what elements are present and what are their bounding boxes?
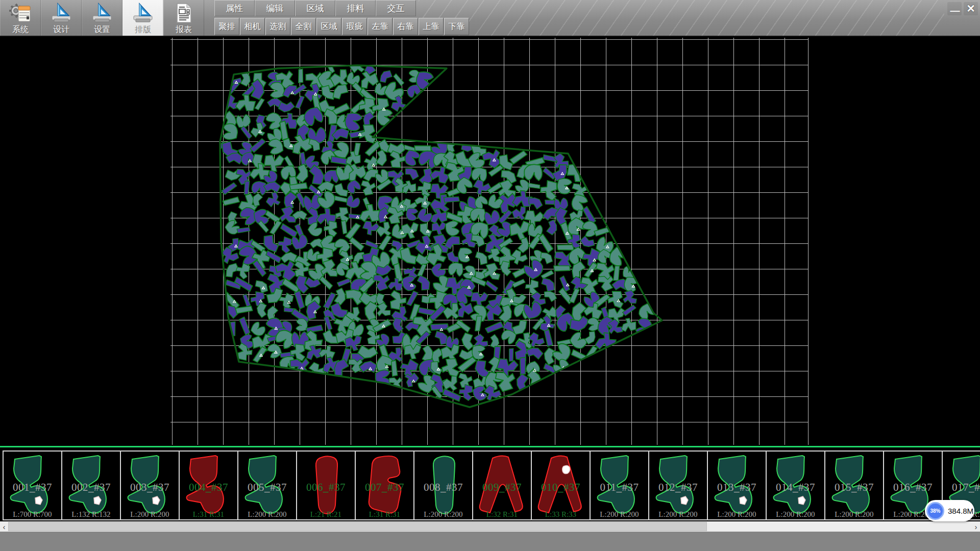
menu-tab-5[interactable]: 交互 <box>376 0 416 16</box>
piece-name: 005_#37 <box>238 481 296 494</box>
piece-name: 011_#37 <box>591 481 648 494</box>
menu-tab-row: 属性编辑区域排料交互 <box>214 0 416 16</box>
piece-cells: 001_#37L:700 R:700002_#37L:132 R:132003_… <box>3 450 980 520</box>
main-nav: 系统设计设置排版报表 <box>0 0 204 36</box>
nav-button-4[interactable]: 排版 <box>122 0 163 36</box>
piece-lr-count: L:33 R:33 <box>532 510 590 519</box>
close-button[interactable]: ✕ <box>964 2 978 15</box>
memory-size-label: 384.8M <box>948 507 973 515</box>
piece-lr-count: L:200 R:200 <box>414 510 472 519</box>
piece-lr-count: L:200 R:200 <box>591 510 648 519</box>
piece-name: 017_#37 <box>943 481 980 494</box>
horizontal-scrollbar[interactable]: ‹ › <box>0 521 980 532</box>
tool-button-7[interactable]: 左靠 <box>368 18 393 35</box>
window-controls: — ✕ <box>947 2 978 15</box>
nav-button-3[interactable]: 设置 <box>82 0 122 36</box>
piece-name: 007_#37 <box>356 481 413 494</box>
report-document-icon <box>173 3 194 24</box>
piece-name: 001_#37 <box>4 481 61 494</box>
piece-lr-count: L:200 R:200 <box>825 510 883 519</box>
piece-thumbnail-012_#37[interactable]: 012_#37L:200 R:200 <box>648 450 708 520</box>
minimize-button[interactable]: — <box>947 2 962 15</box>
piece-thumbnail-006_#37[interactable]: 006_#37L:21 R:21 <box>296 450 356 520</box>
nav-button-label: 排版 <box>135 24 151 35</box>
piece-thumbnail-001_#37[interactable]: 001_#37L:700 R:700 <box>3 450 62 520</box>
nav-button-5[interactable]: 报表 <box>163 0 204 36</box>
piece-thumbnail-007_#37[interactable]: 007_#37L:31 R:31 <box>355 450 414 520</box>
menu-tab-4[interactable]: 排料 <box>335 0 376 16</box>
piece-lr-count: L:21 R:21 <box>297 510 355 519</box>
piece-lr-count: L:200 R:200 <box>649 510 707 519</box>
leather-hide-nest[interactable] <box>170 38 808 445</box>
progress-circle: 38% <box>926 502 944 520</box>
triangle-ruler-icon <box>131 3 155 24</box>
piece-name: 015_#37 <box>825 481 883 494</box>
piece-name: 016_#37 <box>884 481 942 494</box>
tool-button-9[interactable]: 上靠 <box>419 18 444 35</box>
piece-name: 010_#37 <box>532 481 590 494</box>
bottom-status-bar <box>0 532 980 551</box>
piece-thumbnail-004_#37[interactable]: 004_#37L:31 R:31 <box>179 450 238 520</box>
system-gear-notebook-icon <box>9 3 32 24</box>
tool-button-3[interactable]: 选割 <box>265 18 290 35</box>
piece-name: 009_#37 <box>473 481 531 494</box>
piece-thumbnail-002_#37[interactable]: 002_#37L:132 R:132 <box>61 450 121 520</box>
nav-button-2[interactable]: 设计 <box>41 0 82 36</box>
tool-button-5[interactable]: 区域 <box>316 18 341 35</box>
triangle-ruler-icon <box>50 3 73 24</box>
piece-name: 003_#37 <box>121 481 179 494</box>
nav-button-1[interactable]: 系统 <box>0 0 41 36</box>
nav-button-label: 报表 <box>176 24 192 35</box>
piece-thumbnail-015_#37[interactable]: 015_#37L:200 R:200 <box>824 450 884 520</box>
menu-tab-1[interactable]: 属性 <box>214 0 255 16</box>
piece-lr-count: L:31 R:31 <box>180 510 237 519</box>
piece-name: 012_#37 <box>649 481 707 494</box>
triangle-ruler-icon <box>90 3 114 24</box>
menu-tab-2[interactable]: 编辑 <box>255 0 295 16</box>
nav-button-label: 设计 <box>53 24 69 35</box>
nav-button-label: 设置 <box>94 24 110 35</box>
tool-button-10[interactable]: 下靠 <box>444 18 469 35</box>
piece-name: 014_#37 <box>767 481 824 494</box>
piece-lr-count: L:200 R:200 <box>708 510 766 519</box>
piece-lr-count: L:200 R:200 <box>767 510 824 519</box>
tool-button-row: 聚排相机选割全割区域瑕疵左靠右靠上靠下靠 <box>214 18 470 35</box>
piece-lr-count: L:200 R:200 <box>121 510 179 519</box>
strip-top-border <box>0 446 980 447</box>
piece-lr-count: L:700 R:700 <box>4 510 61 519</box>
scroll-right-arrow-icon[interactable]: › <box>972 521 980 532</box>
piece-name: 004_#37 <box>180 481 237 494</box>
piece-thumbnail-005_#37[interactable]: 005_#37L:200 R:200 <box>237 450 297 520</box>
scrollbar-thumb[interactable] <box>8 522 707 531</box>
piece-lr-count: L:200 R:200 <box>238 510 296 519</box>
piece-thumbnail-009_#37[interactable]: 009_#37L:32 R:31 <box>472 450 532 520</box>
piece-thumbnail-014_#37[interactable]: 014_#37L:200 R:200 <box>766 450 825 520</box>
piece-thumbnail-011_#37[interactable]: 011_#37L:200 R:200 <box>590 450 649 520</box>
piece-thumbnail-010_#37[interactable]: 010_#37L:33 R:33 <box>531 450 591 520</box>
piece-thumbnail-008_#37[interactable]: 008_#37L:200 R:200 <box>413 450 473 520</box>
main-toolbar: 系统设计设置排版报表 属性编辑区域排料交互 聚排相机选割全割区域瑕疵左靠右靠上靠… <box>0 0 980 37</box>
piece-lr-count: L:31 R:31 <box>356 510 413 519</box>
toolbar-hatch-texture <box>419 0 944 36</box>
piece-name: 008_#37 <box>414 481 472 494</box>
piece-name: 002_#37 <box>62 481 120 494</box>
tool-button-2[interactable]: 相机 <box>240 18 265 35</box>
piece-thumbnail-003_#37[interactable]: 003_#37L:200 R:200 <box>120 450 180 520</box>
piece-thumbnail-013_#37[interactable]: 013_#37L:200 R:200 <box>707 450 767 520</box>
piece-thumbnail-strip: 001_#37L:700 R:700002_#37L:132 R:132003_… <box>0 445 980 521</box>
tool-button-1[interactable]: 聚排 <box>214 18 239 35</box>
memory-progress-badge[interactable]: 38% 384.8M <box>925 500 974 521</box>
piece-name: 006_#37 <box>297 481 355 494</box>
nesting-canvas-area[interactable] <box>0 38 980 445</box>
nav-button-label: 系统 <box>12 24 29 35</box>
piece-lr-count: L:132 R:132 <box>62 510 120 519</box>
piece-lr-count: L:32 R:31 <box>473 510 531 519</box>
tool-button-4[interactable]: 全割 <box>291 18 316 35</box>
nesting-app-window: 系统设计设置排版报表 属性编辑区域排料交互 聚排相机选割全割区域瑕疵左靠右靠上靠… <box>0 0 980 551</box>
tool-button-8[interactable]: 右靠 <box>393 18 418 35</box>
piece-name: 013_#37 <box>708 481 766 494</box>
tool-button-6[interactable]: 瑕疵 <box>342 18 367 35</box>
menu-tab-3[interactable]: 区域 <box>295 0 335 16</box>
scroll-left-arrow-icon[interactable]: ‹ <box>0 521 8 532</box>
